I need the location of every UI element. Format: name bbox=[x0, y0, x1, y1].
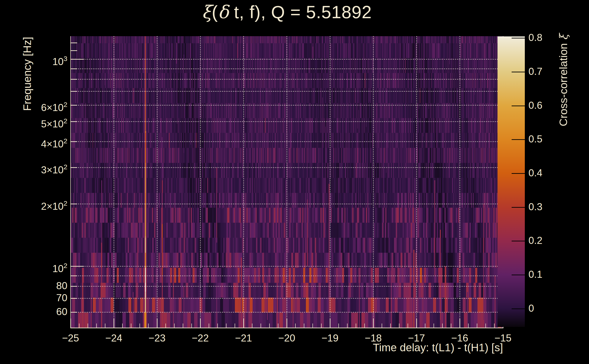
x-minor-tick bbox=[399, 324, 399, 328]
x-major-tick bbox=[416, 318, 417, 328]
plot-area bbox=[71, 36, 503, 328]
colorbar-tick bbox=[512, 72, 525, 72]
colorbar-tick-label: 0.5 bbox=[529, 134, 574, 144]
y-tick-label: 3×102 bbox=[14, 162, 67, 176]
gridline-x--24 bbox=[114, 36, 114, 328]
x-minor-tick bbox=[451, 324, 451, 328]
x-major-tick bbox=[287, 318, 287, 328]
y-tick-mantissa: 6×10 bbox=[41, 102, 64, 113]
y-tick-mantissa: 60 bbox=[56, 306, 67, 317]
colorbar-tick-label: 0.2 bbox=[529, 235, 574, 246]
x-minor-tick bbox=[485, 324, 486, 328]
x-minor-tick bbox=[235, 324, 235, 328]
x-minor-tick bbox=[191, 324, 192, 328]
y-axis-line bbox=[70, 36, 71, 328]
y-tick-label: 4×102 bbox=[14, 136, 67, 150]
y-minor-tick bbox=[71, 167, 77, 168]
x-minor-tick bbox=[477, 324, 477, 328]
x-axis-line bbox=[70, 328, 504, 328]
gridline-x--21 bbox=[243, 36, 244, 328]
y-tick-exponent: 2 bbox=[64, 262, 67, 269]
x-minor-tick bbox=[105, 324, 105, 328]
x-minor-tick bbox=[148, 324, 149, 328]
y-tick-mantissa: 3×10 bbox=[41, 164, 64, 176]
x-minor-tick bbox=[96, 324, 97, 328]
gridline-x--17 bbox=[416, 36, 417, 328]
colorbar-title-text: Cross-correlation bbox=[557, 40, 569, 126]
y-tick-label: 60 bbox=[14, 306, 67, 317]
x-major-tick bbox=[114, 318, 114, 328]
x-minor-tick bbox=[226, 324, 226, 328]
gridline-x--23 bbox=[157, 36, 157, 328]
x-minor-tick bbox=[79, 324, 79, 328]
y-tick-label: 2×102 bbox=[14, 198, 67, 212]
colorbar-tick bbox=[512, 207, 525, 208]
page-title: ξ(δ t, f), Q = 5.51892 bbox=[71, 2, 503, 23]
y-minor-tick bbox=[71, 79, 77, 80]
x-minor-tick bbox=[295, 324, 296, 328]
x-minor-tick bbox=[382, 324, 382, 328]
x-minor-tick bbox=[183, 324, 183, 328]
colorbar-tick-label: 0.3 bbox=[529, 201, 574, 212]
x-minor-tick bbox=[364, 324, 365, 328]
colorbar-tick-label: 0 bbox=[529, 303, 574, 314]
x-minor-tick bbox=[261, 324, 261, 328]
colorbar-tick bbox=[512, 38, 525, 39]
x-minor-tick bbox=[209, 324, 209, 328]
x-minor-tick bbox=[347, 324, 347, 328]
y-tick-mantissa: 70 bbox=[56, 292, 67, 303]
y-tick-mantissa: 10 bbox=[52, 56, 64, 67]
x-minor-tick bbox=[269, 324, 270, 328]
y-tick-exponent: 3 bbox=[64, 55, 67, 62]
x-minor-tick bbox=[278, 324, 278, 328]
y-minor-tick bbox=[71, 275, 77, 276]
y-minor-tick bbox=[71, 204, 77, 204]
x-minor-tick bbox=[313, 324, 313, 328]
x-minor-tick bbox=[494, 324, 495, 328]
y-minor-tick bbox=[71, 312, 77, 312]
y-minor-tick bbox=[71, 298, 77, 299]
x-major-tick bbox=[157, 318, 157, 328]
y-major-tick bbox=[71, 266, 84, 267]
y-tick-exponent: 2 bbox=[64, 137, 67, 145]
x-major-tick bbox=[459, 318, 460, 328]
title-open-paren: ( bbox=[212, 2, 218, 22]
y-tick-exponent: 2 bbox=[64, 163, 67, 171]
y-tick-exponent: 2 bbox=[64, 117, 67, 125]
y-minor-tick bbox=[71, 50, 77, 51]
y-tick-exponent: 2 bbox=[64, 200, 67, 207]
y-tick-exponent: 2 bbox=[64, 101, 67, 108]
y-tick-mantissa: 2×10 bbox=[41, 201, 64, 212]
x-minor-tick bbox=[321, 324, 321, 328]
y-minor-tick bbox=[71, 286, 77, 287]
y-axis-title: Frequency [Hz] bbox=[21, 37, 33, 111]
y-major-tick bbox=[71, 59, 84, 60]
x-minor-tick bbox=[217, 324, 218, 328]
colorbar-tick bbox=[512, 308, 525, 309]
y-tick-label: 80 bbox=[14, 280, 67, 291]
y-minor-tick bbox=[71, 121, 77, 122]
gridline-x--22 bbox=[200, 36, 201, 328]
x-major-tick bbox=[373, 318, 374, 328]
x-major-tick bbox=[243, 318, 244, 328]
x-minor-tick bbox=[88, 324, 88, 328]
title-delta-symbol: δ bbox=[218, 2, 229, 22]
x-minor-tick bbox=[165, 324, 166, 328]
y-minor-tick bbox=[71, 43, 77, 43]
title-xi-symbol: ξ bbox=[202, 2, 212, 22]
colorbar-tick bbox=[512, 173, 525, 174]
x-minor-tick bbox=[425, 324, 425, 328]
colorbar-tick bbox=[512, 275, 525, 275]
gridline-x--16 bbox=[459, 36, 460, 328]
gridline-x--20 bbox=[287, 36, 287, 328]
x-axis-title: Time delay: t(L1) - t(H1) [s] bbox=[71, 341, 503, 354]
x-major-tick bbox=[200, 318, 201, 328]
gridline-x--19 bbox=[330, 36, 330, 328]
plot-figure: ξ(δ t, f), Q = 5.51892 −25−24−23−22−21−2… bbox=[0, 0, 589, 364]
colorbar-gradient bbox=[497, 36, 525, 327]
x-minor-tick bbox=[122, 324, 123, 328]
x-minor-tick bbox=[356, 324, 356, 328]
y-tick-label: 5×102 bbox=[14, 116, 67, 130]
title-rest: t, f), Q = 5.51892 bbox=[229, 2, 372, 22]
y-tick-mantissa: 4×10 bbox=[41, 138, 64, 150]
